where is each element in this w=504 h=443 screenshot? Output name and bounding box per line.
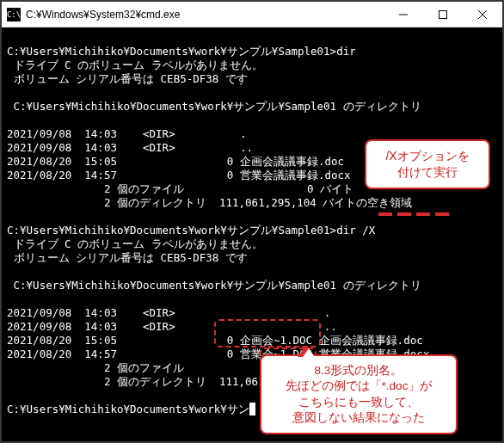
callout-text: こちらにも一致して、 <box>272 395 446 410</box>
dir-row: 2021/09/08 14:03 <DIR> . <box>7 127 246 140</box>
annotation-callout-top: /Xオプションを 付けて実行 <box>365 139 490 189</box>
highlight-box-shortnames <box>214 319 321 348</box>
dir-row: 2021/09/08 14:03 <DIR> .. <box>7 141 253 154</box>
maximize-button[interactable] <box>423 2 463 27</box>
minimize-icon <box>399 10 408 19</box>
maximize-icon <box>439 10 447 19</box>
close-button[interactable] <box>463 2 502 27</box>
prompt-line: C:¥Users¥Michihiko¥Documents¥work¥サンプル¥S… <box>7 224 375 237</box>
summary-line: 2 個のディレクトリ 111,061,295,104 バイトの空き領域 <box>7 196 412 209</box>
window-controls <box>384 2 502 27</box>
callout-text: 付けて実行 <box>377 164 478 181</box>
cmd-icon-label: C:\ <box>7 10 21 19</box>
output-line: C:¥Users¥Michihiko¥Documents¥work¥サンプル¥S… <box>7 279 421 292</box>
output-line: C:¥Users¥Michihiko¥Documents¥work¥サンプル¥S… <box>7 100 421 113</box>
callout-text: 意図しない結果になった <box>272 410 446 426</box>
svg-rect-1 <box>439 10 447 18</box>
callout-text: /Xオプションを <box>377 148 478 164</box>
pointer-dashes-icon <box>378 212 449 216</box>
close-icon <box>478 10 487 19</box>
prompt-line: C:¥Users¥Michihiko¥Documents¥work¥サン <box>7 403 249 415</box>
cmd-icon: C:\ <box>7 8 21 22</box>
window-title: C:¥Windows¥System32¥cmd.exe <box>26 9 384 21</box>
dir-row: 2021/08/20 14:57 0 営業会議議事録.docx <box>7 169 351 182</box>
output-line: ドライブ C のボリューム ラベルがありません。 <box>7 58 263 71</box>
output-line: ボリューム シリアル番号は CEB5-DF38 です <box>7 251 248 264</box>
output-line: ボリューム シリアル番号は CEB5-DF38 です <box>7 72 248 85</box>
callout-text: 先ほどの例では「*.doc」が <box>272 378 446 394</box>
dir-row: 2021/08/20 15:05 0 企画会議議事録.doc <box>7 155 344 168</box>
cursor <box>249 403 256 415</box>
callout-arrow-icon <box>298 345 315 357</box>
annotation-callout-bottom: 8.3形式の別名。 先ほどの例では「*.doc」が こちらにも一致して、 意図し… <box>260 354 458 434</box>
dir-row: 2021/09/08 14:03 <DIR> . <box>7 306 330 319</box>
summary-line: 2 個のファイル 0 バイト <box>7 182 353 195</box>
minimize-button[interactable] <box>384 2 423 27</box>
output-line: ドライブ C のボリューム ラベルがありません。 <box>7 237 263 250</box>
prompt-line: C:¥Users¥Michihiko¥Documents¥work¥サンプル¥S… <box>7 45 356 58</box>
callout-text: 8.3形式の別名。 <box>272 363 446 378</box>
window-titlebar: C:\ C:¥Windows¥System32¥cmd.exe <box>2 2 502 28</box>
